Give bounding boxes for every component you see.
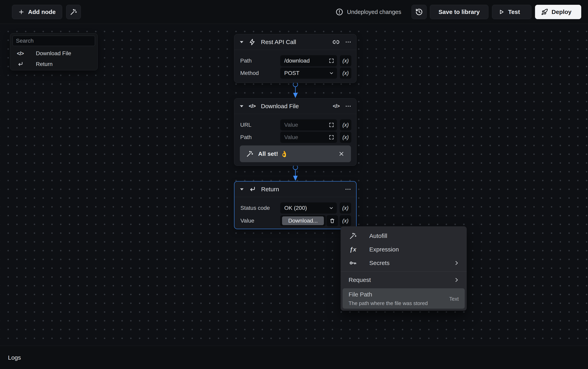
url-input[interactable]: Value [280,119,337,131]
file-path-description: The path where the file was stored [349,300,459,307]
banner-text: All set! [258,150,278,157]
wand-icon [246,150,253,157]
expression-toggle-button[interactable]: (x) [340,119,351,131]
search-result-download-file[interactable]: </> Download File [10,48,97,59]
warning-icon [335,8,343,16]
menu-item-label: Request [349,277,371,283]
code-icon: </> [17,51,24,57]
node-header: Return [234,182,356,197]
node-title: Download File [261,103,299,110]
method-select[interactable]: POST [280,68,337,79]
select-value: OK (200) [284,205,328,211]
menu-item-label: Expression [369,246,399,253]
menu-item-file-path[interactable]: File Path The path where the file was st… [343,288,465,309]
history-icon [415,8,423,16]
node-rest-api-call[interactable]: Rest API Call Path /download (x) Method [234,34,356,83]
field-label: URL [240,122,280,128]
logs-label: Logs [8,346,21,369]
node-search-panel: </> Download File Return [10,33,98,70]
menu-item-request[interactable]: Request [341,273,467,287]
field-label: Status code [240,205,280,211]
undeployed-label: Undeployed changes [347,9,401,15]
connector-download-to-return [291,164,300,181]
value-chip[interactable]: Download... [282,216,324,225]
select-value: POST [284,70,329,76]
field-placeholder: Value [284,134,329,141]
add-node-button[interactable]: Add node [12,5,62,19]
collapse-chevron-icon[interactable] [239,41,244,44]
chevron-down-icon [329,70,334,76]
ok-hand-emoji: 👌 [280,150,288,157]
play-icon [498,9,505,15]
close-icon[interactable] [338,151,345,157]
logs-bar: Logs LIVE [0,346,588,369]
deploy-button[interactable]: Deploy [535,5,581,19]
node-header: Rest API Call [234,34,356,50]
menu-item-autofill[interactable]: Autofill [341,229,467,243]
test-label: Test [508,9,520,15]
chevron-down-icon [328,205,334,211]
menu-item-secrets[interactable]: Secrets [341,256,467,270]
field-label: Path [240,58,280,64]
save-to-library-label: Save to library [439,9,480,15]
code-icon: </> [248,103,257,109]
add-node-label: Add node [28,9,56,15]
wand-icon [349,232,357,240]
delete-value-button[interactable] [326,215,338,226]
top-toolbar: Add node Undeployed changes [0,0,588,24]
test-button[interactable]: Test [492,5,531,19]
node-menu-icon[interactable] [345,39,352,45]
expression-toggle-button[interactable]: (x) [340,68,351,79]
rocket-icon [541,9,548,15]
value-field[interactable]: Download... [280,215,326,226]
field-placeholder: Value [284,122,329,128]
collapse-chevron-icon[interactable] [239,105,244,108]
return-icon [17,61,24,67]
file-path-title: File Path [349,291,459,298]
path-input[interactable]: Value [280,132,337,143]
expand-icon[interactable] [329,58,334,63]
code-icon[interactable]: </> [333,103,340,109]
value-context-menu: Autofill ƒx Expression Secrets Request F… [341,226,467,311]
node-download-file[interactable]: </> Download File </> URL Value (x) Path… [234,98,356,166]
field-label: Path [240,134,280,141]
expression-toggle-button[interactable]: (x) [340,55,351,66]
status-code-select[interactable]: OK (200) [280,202,337,214]
ai-wand-button[interactable] [66,5,81,19]
plus-icon [18,9,24,15]
fx-icon: ƒx [349,246,357,253]
lightning-icon [248,39,257,45]
expression-toggle-button[interactable]: (x) [340,202,351,214]
deploy-label: Deploy [552,9,571,15]
expand-icon[interactable] [329,134,334,140]
field-value: /download [284,58,329,64]
node-menu-icon[interactable] [345,103,352,110]
node-return[interactable]: Return Status code OK (200) (x) Value Do… [234,181,356,229]
menu-item-label: Autofill [369,233,387,239]
key-icon [349,259,357,267]
expand-icon[interactable] [329,122,334,128]
expression-toggle-button[interactable]: (x) [340,215,351,226]
node-header: </> Download File </> [234,98,356,114]
node-menu-icon[interactable] [345,186,351,193]
link-icon[interactable] [333,39,340,46]
node-title: Return [261,186,279,193]
search-result-return[interactable]: Return [10,59,97,70]
result-label: Return [36,61,53,67]
path-input[interactable]: /download [280,55,337,66]
return-icon [248,186,257,193]
file-path-type-badge: Text [449,296,459,302]
all-set-banner: All set! 👌 [240,145,351,162]
history-button[interactable] [412,5,427,19]
expression-toggle-button[interactable]: (x) [340,132,351,143]
connector-rest-to-download [291,81,300,98]
save-to-library-button[interactable]: Save to library [430,5,488,19]
field-label: Method [240,70,280,76]
menu-divider [341,271,467,272]
search-input[interactable] [12,36,95,46]
menu-item-expression[interactable]: ƒx Expression [341,243,467,256]
field-label: Value [240,218,280,224]
collapse-chevron-icon[interactable] [240,188,244,191]
node-title: Rest API Call [261,39,296,45]
wand-icon [70,8,77,16]
